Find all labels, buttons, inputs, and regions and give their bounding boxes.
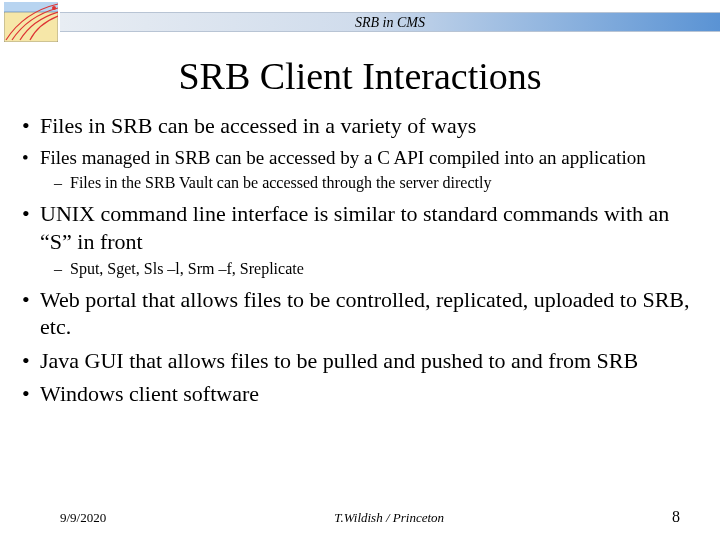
bullet-item: Files in SRB can be accessed in a variet… — [22, 112, 698, 140]
header-subtitle: SRB in CMS — [60, 12, 720, 32]
bullet-item: Java GUI that allows files to be pulled … — [22, 347, 698, 375]
svg-point-3 — [52, 6, 56, 10]
cms-logo-icon — [4, 2, 58, 42]
bullet-text: Web portal that allows files to be contr… — [40, 287, 690, 340]
sub-bullet-item: Sput, Sget, Sls –l, Srm –f, Sreplicate — [40, 259, 698, 280]
bullet-text: Windows client software — [40, 381, 259, 406]
bullet-item: UNIX command line interface is similar t… — [22, 200, 698, 280]
bullet-text: Files in SRB can be accessed in a variet… — [40, 113, 476, 138]
sub-bullet-item: Files in the SRB Vault can be accessed t… — [40, 173, 698, 194]
bullet-text: UNIX command line interface is similar t… — [40, 201, 669, 254]
bullet-text: Files managed in SRB can be accessed by … — [40, 147, 646, 168]
slide-content: Files in SRB can be accessed in a variet… — [0, 112, 720, 408]
bullet-item: Web portal that allows files to be contr… — [22, 286, 698, 341]
header-bar: SRB in CMS — [0, 0, 720, 44]
bullet-item: Files managed in SRB can be accessed by … — [22, 146, 698, 195]
bullet-text: Java GUI that allows files to be pulled … — [40, 348, 638, 373]
footer-author: T.Wildish / Princeton — [106, 510, 672, 526]
slide-title: SRB Client Interactions — [0, 54, 720, 98]
bullet-item: Windows client software — [22, 380, 698, 408]
footer-date: 9/9/2020 — [60, 510, 106, 526]
footer-page-number: 8 — [672, 508, 680, 526]
footer: 9/9/2020 T.Wildish / Princeton 8 — [0, 508, 720, 526]
